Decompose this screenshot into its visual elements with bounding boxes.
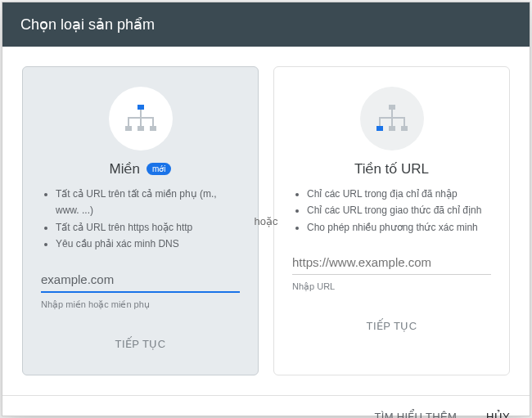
sitemap-icon <box>109 87 173 151</box>
or-label: hoặc <box>255 214 278 227</box>
svg-rect-0 <box>138 105 144 110</box>
continue-button-domain[interactable]: TIẾP TỤC <box>106 331 176 357</box>
card-domain-title: Miền <box>110 160 140 178</box>
sitemap-icon <box>360 87 424 151</box>
card-domain-bullets: Tất cả URL trên tất cả miền phụ (m., www… <box>39 186 241 253</box>
card-domain-title-row: Miền mới <box>110 160 172 178</box>
dialog-header: Chọn loại sản phẩm <box>2 2 530 47</box>
list-item: Chỉ các URL trong giao thức đã chỉ định <box>307 202 493 218</box>
list-item: Chỉ các URL trong địa chỉ đã nhập <box>307 186 493 202</box>
dialog-body: hoặc Miền mới Tất cả URL trên tất cả miề… <box>2 47 530 395</box>
svg-rect-5 <box>376 126 383 131</box>
card-url-prefix[interactable]: Tiền tố URL Chỉ các URL trong địa chỉ đã… <box>273 66 510 375</box>
svg-rect-1 <box>125 126 132 131</box>
prefix-input-box: Nhập URL <box>291 250 493 292</box>
domain-input-box: Nhập miền hoặc miền phụ <box>39 267 241 310</box>
card-domain[interactable]: Miền mới Tất cả URL trên tất cả miền phụ… <box>22 66 259 375</box>
svg-rect-3 <box>150 126 156 131</box>
dialog-title: Chọn loại sản phẩm <box>20 16 155 33</box>
svg-rect-4 <box>389 105 395 110</box>
svg-rect-6 <box>389 126 395 131</box>
list-item: Yêu cầu phải xác minh DNS <box>56 236 241 252</box>
prefix-input-helper: Nhập URL <box>292 281 491 292</box>
new-badge: mới <box>147 163 172 175</box>
list-item: Cho phép nhiều phương thức xác minh <box>307 219 493 236</box>
list-item: Tất cả URL trên https hoặc http <box>56 219 241 236</box>
domain-input-helper: Nhập miền hoặc miền phụ <box>41 299 240 310</box>
url-prefix-input[interactable] <box>292 250 491 275</box>
dialog-footer: TÌM HIỂU THÊM HỦY <box>2 395 530 418</box>
card-prefix-bullets: Chỉ các URL trong địa chỉ đã nhập Chỉ cá… <box>291 186 493 236</box>
product-type-dialog: Chọn loại sản phẩm hoặc Miền mới Tất cả … <box>2 2 530 416</box>
card-prefix-title: Tiền tố URL <box>354 160 429 178</box>
domain-input[interactable] <box>41 267 240 293</box>
card-prefix-title-row: Tiền tố URL <box>354 160 429 178</box>
continue-button-prefix[interactable]: TIẾP TỤC <box>357 313 427 339</box>
list-item: Tất cả URL trên tất cả miền phụ (m., www… <box>56 186 241 219</box>
cancel-button[interactable]: HỦY <box>483 404 513 418</box>
svg-rect-7 <box>401 126 408 131</box>
learn-more-button[interactable]: TÌM HIỂU THÊM <box>372 404 461 418</box>
svg-rect-2 <box>138 126 144 131</box>
